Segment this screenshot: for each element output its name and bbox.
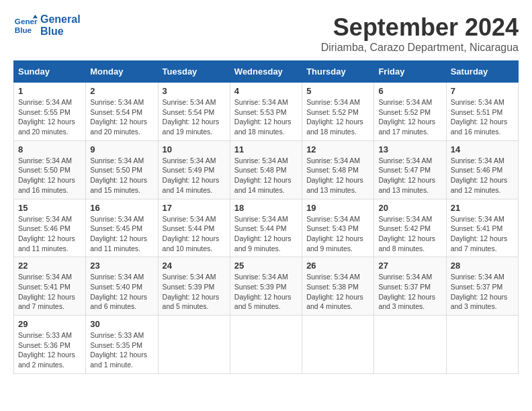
- week-row-2: 8Sunrise: 5:34 AMSunset: 5:50 PMDaylight…: [14, 140, 519, 199]
- day-info: Sunrise: 5:34 AMSunset: 5:39 PMDaylight:…: [234, 272, 298, 312]
- day-info: Sunrise: 5:34 AMSunset: 5:55 PMDaylight:…: [18, 97, 81, 137]
- day-cell: 14Sunrise: 5:34 AMSunset: 5:46 PMDayligh…: [446, 140, 518, 199]
- day-number: 1: [18, 86, 81, 96]
- day-number: 3: [163, 86, 226, 96]
- col-header-saturday: Saturday: [446, 61, 518, 83]
- day-number: 22: [18, 261, 81, 271]
- day-info: Sunrise: 5:34 AMSunset: 5:39 PMDaylight:…: [163, 272, 226, 312]
- day-info: Sunrise: 5:34 AMSunset: 5:43 PMDaylight:…: [306, 214, 369, 254]
- day-info: Sunrise: 5:34 AMSunset: 5:44 PMDaylight:…: [234, 214, 298, 254]
- col-header-thursday: Thursday: [302, 61, 374, 83]
- day-cell: 22Sunrise: 5:34 AMSunset: 5:41 PMDayligh…: [14, 257, 86, 316]
- page-header: General Blue General Blue September 2024…: [13, 13, 519, 54]
- day-number: 25: [234, 261, 298, 271]
- day-cell: 20Sunrise: 5:34 AMSunset: 5:42 PMDayligh…: [374, 199, 446, 257]
- day-cell: 27Sunrise: 5:34 AMSunset: 5:37 PMDayligh…: [374, 257, 446, 316]
- day-info: Sunrise: 5:34 AMSunset: 5:37 PMDaylight:…: [378, 272, 441, 312]
- day-number: 16: [90, 203, 153, 213]
- day-number: 28: [451, 261, 514, 271]
- day-number: 5: [306, 86, 369, 96]
- day-info: Sunrise: 5:34 AMSunset: 5:52 PMDaylight:…: [306, 97, 369, 137]
- day-info: Sunrise: 5:33 AMSunset: 5:35 PMDaylight:…: [90, 330, 153, 370]
- week-row-1: 1Sunrise: 5:34 AMSunset: 5:55 PMDaylight…: [14, 83, 519, 141]
- svg-text:Blue: Blue: [15, 26, 32, 34]
- day-info: Sunrise: 5:34 AMSunset: 5:44 PMDaylight:…: [163, 214, 226, 254]
- title-area: September 2024 Diriamba, Carazo Departme…: [321, 13, 519, 54]
- day-info: Sunrise: 5:34 AMSunset: 5:47 PMDaylight:…: [378, 156, 441, 195]
- header-row: SundayMondayTuesdayWednesdayThursdayFrid…: [14, 61, 519, 83]
- week-row-4: 22Sunrise: 5:34 AMSunset: 5:41 PMDayligh…: [14, 257, 519, 316]
- day-cell: 16Sunrise: 5:34 AMSunset: 5:45 PMDayligh…: [86, 199, 158, 257]
- day-number: 12: [306, 144, 369, 154]
- day-cell: 12Sunrise: 5:34 AMSunset: 5:48 PMDayligh…: [302, 140, 374, 199]
- logo-line1: General: [40, 13, 81, 26]
- calendar-table: SundayMondayTuesdayWednesdayThursdayFrid…: [13, 60, 519, 374]
- day-number: 19: [306, 203, 369, 213]
- col-header-tuesday: Tuesday: [158, 61, 230, 83]
- day-cell: 17Sunrise: 5:34 AMSunset: 5:44 PMDayligh…: [158, 199, 230, 257]
- day-info: Sunrise: 5:34 AMSunset: 5:50 PMDaylight:…: [90, 156, 153, 195]
- day-cell: 21Sunrise: 5:34 AMSunset: 5:41 PMDayligh…: [446, 199, 518, 257]
- day-cell: 13Sunrise: 5:34 AMSunset: 5:47 PMDayligh…: [374, 140, 446, 199]
- day-number: 20: [378, 203, 441, 213]
- col-header-wednesday: Wednesday: [230, 61, 302, 83]
- day-cell: 23Sunrise: 5:34 AMSunset: 5:40 PMDayligh…: [86, 257, 158, 316]
- day-cell: 2Sunrise: 5:34 AMSunset: 5:54 PMDaylight…: [86, 83, 158, 141]
- day-cell: 24Sunrise: 5:34 AMSunset: 5:39 PMDayligh…: [158, 257, 230, 316]
- day-info: Sunrise: 5:34 AMSunset: 5:38 PMDaylight:…: [306, 272, 369, 312]
- day-info: Sunrise: 5:34 AMSunset: 5:53 PMDaylight:…: [234, 97, 298, 137]
- day-number: 26: [306, 261, 369, 271]
- col-header-monday: Monday: [86, 61, 158, 83]
- day-number: 8: [18, 144, 81, 154]
- day-number: 17: [163, 203, 226, 213]
- logo: General Blue General Blue: [13, 13, 81, 38]
- day-info: Sunrise: 5:34 AMSunset: 5:49 PMDaylight:…: [163, 156, 226, 195]
- day-cell: [446, 316, 518, 374]
- day-info: Sunrise: 5:34 AMSunset: 5:48 PMDaylight:…: [306, 156, 369, 195]
- day-cell: 5Sunrise: 5:34 AMSunset: 5:52 PMDaylight…: [302, 83, 374, 141]
- location-subtitle: Diriamba, Carazo Department, Nicaragua: [321, 42, 519, 54]
- day-info: Sunrise: 5:34 AMSunset: 5:37 PMDaylight:…: [451, 272, 514, 312]
- day-cell: [230, 316, 302, 374]
- logo-line2: Blue: [40, 26, 81, 38]
- day-number: 30: [90, 319, 153, 329]
- day-cell: 28Sunrise: 5:34 AMSunset: 5:37 PMDayligh…: [446, 257, 518, 316]
- day-cell: [158, 316, 230, 374]
- day-info: Sunrise: 5:34 AMSunset: 5:46 PMDaylight:…: [18, 214, 81, 254]
- day-number: 15: [18, 203, 81, 213]
- day-cell: 19Sunrise: 5:34 AMSunset: 5:43 PMDayligh…: [302, 199, 374, 257]
- day-cell: 11Sunrise: 5:34 AMSunset: 5:48 PMDayligh…: [230, 140, 302, 199]
- day-number: 18: [234, 203, 298, 213]
- day-cell: 25Sunrise: 5:34 AMSunset: 5:39 PMDayligh…: [230, 257, 302, 316]
- day-info: Sunrise: 5:34 AMSunset: 5:45 PMDaylight:…: [90, 214, 153, 254]
- day-number: 11: [234, 144, 298, 154]
- day-number: 9: [90, 144, 153, 154]
- day-number: 21: [451, 203, 514, 213]
- day-info: Sunrise: 5:34 AMSunset: 5:42 PMDaylight:…: [378, 214, 441, 254]
- day-cell: [374, 316, 446, 374]
- day-cell: [302, 316, 374, 374]
- day-cell: 1Sunrise: 5:34 AMSunset: 5:55 PMDaylight…: [14, 83, 86, 141]
- day-cell: 3Sunrise: 5:34 AMSunset: 5:54 PMDaylight…: [158, 83, 230, 141]
- day-number: 6: [378, 86, 441, 96]
- day-number: 23: [90, 261, 153, 271]
- week-row-3: 15Sunrise: 5:34 AMSunset: 5:46 PMDayligh…: [14, 199, 519, 257]
- day-cell: 18Sunrise: 5:34 AMSunset: 5:44 PMDayligh…: [230, 199, 302, 257]
- day-cell: 30Sunrise: 5:33 AMSunset: 5:35 PMDayligh…: [86, 316, 158, 374]
- day-cell: 29Sunrise: 5:33 AMSunset: 5:36 PMDayligh…: [14, 316, 86, 374]
- day-info: Sunrise: 5:34 AMSunset: 5:54 PMDaylight:…: [90, 97, 153, 137]
- day-info: Sunrise: 5:34 AMSunset: 5:54 PMDaylight:…: [163, 97, 226, 137]
- day-number: 27: [378, 261, 441, 271]
- week-row-5: 29Sunrise: 5:33 AMSunset: 5:36 PMDayligh…: [14, 316, 519, 374]
- day-info: Sunrise: 5:33 AMSunset: 5:36 PMDaylight:…: [18, 330, 81, 370]
- day-cell: 8Sunrise: 5:34 AMSunset: 5:50 PMDaylight…: [14, 140, 86, 199]
- day-info: Sunrise: 5:34 AMSunset: 5:51 PMDaylight:…: [451, 97, 514, 137]
- day-number: 13: [378, 144, 441, 154]
- day-info: Sunrise: 5:34 AMSunset: 5:41 PMDaylight:…: [451, 214, 514, 254]
- day-number: 24: [163, 261, 226, 271]
- day-cell: 15Sunrise: 5:34 AMSunset: 5:46 PMDayligh…: [14, 199, 86, 257]
- day-cell: 6Sunrise: 5:34 AMSunset: 5:52 PMDaylight…: [374, 83, 446, 141]
- day-number: 10: [163, 144, 226, 154]
- day-info: Sunrise: 5:34 AMSunset: 5:52 PMDaylight:…: [378, 97, 441, 137]
- day-info: Sunrise: 5:34 AMSunset: 5:40 PMDaylight:…: [90, 272, 153, 312]
